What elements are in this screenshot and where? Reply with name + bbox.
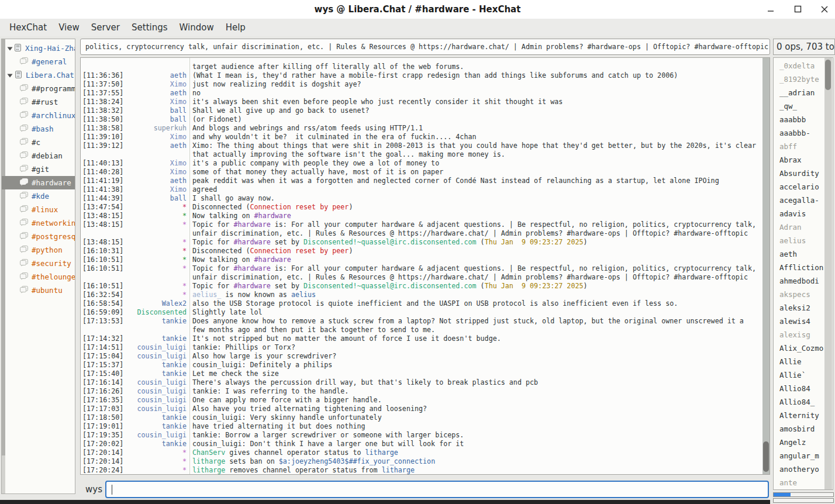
tree-item-#linux[interactable]: #linux bbox=[2, 203, 75, 216]
userlist-item[interactable]: amosbird bbox=[774, 422, 833, 436]
topic-bar[interactable]: politics, cryptocurrency talk, unfair di… bbox=[80, 39, 770, 55]
maximize-icon[interactable] bbox=[793, 5, 802, 14]
userlist-item[interactable]: aelius bbox=[774, 234, 833, 247]
userlist-item[interactable]: Angelz bbox=[774, 436, 833, 449]
userlist-item[interactable]: acegalla- bbox=[774, 194, 833, 207]
menu-item-settings[interactable]: Settings bbox=[126, 19, 174, 36]
userlist-item[interactable]: Abrax bbox=[774, 153, 833, 167]
userlist-item[interactable]: Alternity bbox=[774, 409, 833, 422]
channel-icon bbox=[19, 205, 29, 215]
chat-line: [13:48:15]*Now talking on #hardware bbox=[81, 212, 759, 220]
chat-line: [17:20:14]*ChanServ gives channel operat… bbox=[81, 448, 759, 457]
userlist-item[interactable]: alexisg bbox=[774, 328, 833, 341]
minimize-icon[interactable] bbox=[766, 5, 775, 14]
userlist-item[interactable]: _8192byte bbox=[774, 73, 833, 86]
userlist-item[interactable]: __adrian bbox=[774, 86, 833, 99]
chat-message: Disconnected (Connection reset by peer) bbox=[192, 203, 759, 212]
tree-item-#hardware[interactable]: #hardware bbox=[2, 176, 75, 189]
menu-item-hexchat[interactable]: HexChat bbox=[4, 19, 53, 36]
tree-item-label: #c bbox=[32, 138, 40, 147]
chat-message: unfair discrimination, etc. | Rules & Re… bbox=[192, 273, 759, 282]
chat-nick: cousin_luigi bbox=[123, 431, 187, 440]
userlist-item[interactable]: Alix_Cozmo bbox=[774, 341, 833, 355]
chat-nick: * bbox=[123, 448, 187, 457]
userlist-item[interactable]: _0xdelta bbox=[774, 59, 833, 73]
chat-nick: * bbox=[123, 256, 187, 264]
chat-timestamp: [17:16:35] bbox=[81, 396, 123, 405]
userlist-item[interactable]: akspecs bbox=[774, 288, 833, 301]
tree-item-#general[interactable]: #general bbox=[2, 55, 75, 68]
chat-nick: aeth bbox=[123, 89, 187, 98]
userlist-item[interactable]: Allie` bbox=[774, 368, 833, 382]
tree-item-label: #git bbox=[32, 165, 49, 174]
chat-timestamp: [17:20:02] bbox=[81, 440, 123, 448]
userlist-item[interactable]: angular_m bbox=[774, 449, 833, 462]
menubar: HexChatViewServerSettingsWindowHelp bbox=[0, 19, 835, 36]
menu-item-server[interactable]: Server bbox=[85, 19, 126, 36]
userlist-item[interactable]: Allio84_ bbox=[774, 395, 833, 409]
chat-line: [11:39:12]aethXimo: The thing about thin… bbox=[81, 141, 759, 150]
chat-scrollbar-thumb[interactable] bbox=[763, 441, 769, 472]
userlist-item[interactable]: anotheryo bbox=[774, 462, 833, 476]
expander-icon[interactable] bbox=[6, 72, 14, 79]
tree-rows: Xing-Hai-Zhan#generalLibera.Chat##progra… bbox=[2, 42, 75, 297]
userlist-item[interactable]: aaabbb- bbox=[774, 126, 833, 140]
tree-item-#networking[interactable]: #networking bbox=[2, 216, 75, 230]
chat-timestamp: [17:16:26] bbox=[81, 387, 123, 396]
userlist-item[interactable]: aeth bbox=[774, 247, 833, 261]
chat-timestamp: [11:40:28] bbox=[81, 168, 123, 177]
tree-item-Libera.Chat[interactable]: Libera.Chat bbox=[2, 68, 75, 82]
tree-item-#postgresql[interactable]: #postgresql bbox=[2, 230, 75, 243]
userlist-item[interactable]: ante bbox=[774, 476, 833, 489]
tree-item-Xing-Hai-Zhan[interactable]: Xing-Hai-Zhan bbox=[2, 42, 75, 55]
userlist-item[interactable]: aleksi2 bbox=[774, 301, 833, 315]
chat-message: Topic for #hardware set by Disconsented!… bbox=[192, 238, 759, 247]
chat-timestamp bbox=[81, 326, 123, 334]
userlist-item[interactable]: _qw_ bbox=[774, 99, 833, 113]
userlist-scrollbar[interactable] bbox=[824, 58, 832, 489]
tree-item-#ubuntu[interactable]: #ubuntu bbox=[2, 284, 75, 297]
chat-message: Now talking on #hardware bbox=[192, 212, 759, 220]
chat-nick: * bbox=[123, 220, 187, 229]
tree-item-#c[interactable]: #c bbox=[2, 136, 75, 149]
userlist-item[interactable]: alewis4 bbox=[774, 315, 833, 328]
tree-item-#kde[interactable]: #kde bbox=[2, 189, 75, 203]
menu-item-window[interactable]: Window bbox=[174, 19, 220, 36]
server-icon bbox=[14, 70, 23, 81]
userlist-item[interactable]: Affliction bbox=[774, 261, 833, 274]
chat-timestamp: [17:19:35] bbox=[81, 431, 123, 440]
chat-line: [17:14:32]tankieIt's not stripped but no… bbox=[81, 334, 759, 343]
menu-item-view[interactable]: View bbox=[53, 19, 85, 36]
tree-item-#debian[interactable]: #debian bbox=[2, 149, 75, 163]
chat-line: [17:20:14]*litharge sets ban on $a:joeyz… bbox=[81, 457, 759, 466]
chat-message: ChanServ gives channel operator status t… bbox=[192, 448, 759, 457]
userlist-item[interactable]: Adran bbox=[774, 220, 833, 234]
userlist-item[interactable]: abff bbox=[774, 140, 833, 153]
tree-item-#bash[interactable]: #bash bbox=[2, 122, 75, 136]
tree-item-#python[interactable]: #python bbox=[2, 243, 75, 257]
chat-timestamp: [16:32:54] bbox=[81, 291, 123, 299]
userlist-item[interactable]: aaabbb bbox=[774, 113, 833, 126]
message-input[interactable] bbox=[110, 483, 761, 497]
chat-message: Also how large is your screwdriver? bbox=[192, 352, 759, 361]
message-input-box[interactable] bbox=[105, 481, 769, 498]
menu-item-help[interactable]: Help bbox=[220, 19, 251, 36]
tree-item-##programming[interactable]: ##programming bbox=[2, 82, 75, 95]
userlist-item[interactable]: Allie bbox=[774, 355, 833, 368]
tree-item-#thelounge[interactable]: #thelounge bbox=[2, 270, 75, 284]
userlist-item[interactable]: accelario bbox=[774, 180, 833, 194]
userlist-scrollbar-thumb[interactable] bbox=[825, 60, 831, 90]
userlist-item[interactable]: Allio84 bbox=[774, 382, 833, 395]
expander-icon[interactable] bbox=[6, 45, 13, 52]
tree-item-#archlinux[interactable]: #archlinux bbox=[2, 109, 75, 122]
chat-line: [17:15:37]tankiecousin_luigi: Definitely… bbox=[81, 361, 759, 370]
userlist-item[interactable]: Absurdity bbox=[774, 167, 833, 180]
tree-item-#security[interactable]: #security bbox=[2, 257, 75, 270]
chat-scrollbar[interactable] bbox=[762, 58, 770, 474]
userlist-item[interactable]: ahmedbodi bbox=[774, 274, 833, 288]
userlist-item[interactable]: adavis bbox=[774, 207, 833, 220]
tree-item-##rust[interactable]: ##rust bbox=[2, 95, 75, 109]
tree-item-#git[interactable]: #git bbox=[2, 163, 75, 176]
close-icon[interactable] bbox=[820, 5, 829, 14]
chat-nick: ball bbox=[123, 194, 187, 203]
